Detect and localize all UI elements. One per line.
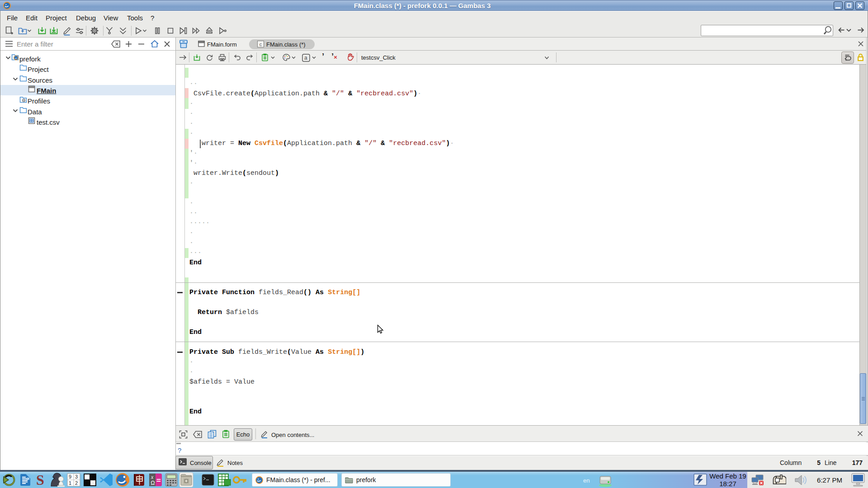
svg-text:1: 1 xyxy=(69,480,71,486)
svg-text:Ω: Ω xyxy=(151,480,155,486)
svg-text:9: 9 xyxy=(69,474,71,479)
svg-text:x: x xyxy=(151,474,154,480)
svg-text:3: 3 xyxy=(75,474,78,479)
svg-text:2: 2 xyxy=(75,480,78,486)
svg-text:=: = xyxy=(156,476,161,485)
svg-text:a: a xyxy=(304,55,307,61)
